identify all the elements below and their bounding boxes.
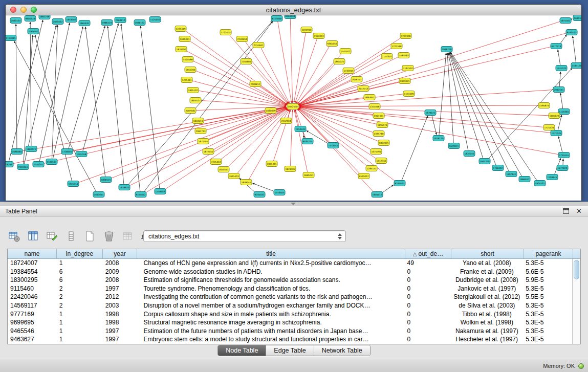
- graph-node[interactable]: 1225449: [175, 26, 186, 32]
- graph-node[interactable]: 9545012: [358, 173, 369, 179]
- graph-node[interactable]: 1679021: [448, 143, 460, 149]
- graph-node[interactable]: 1728405: [61, 149, 73, 155]
- table-source-combobox[interactable]: citations_edges.txt: [143, 230, 346, 242]
- column-header-pagerank[interactable]: pagerank: [524, 249, 573, 258]
- edit-table-icon[interactable]: [45, 229, 59, 244]
- new-file-icon[interactable]: [83, 229, 97, 244]
- graph-node[interactable]: 1495780: [373, 131, 384, 137]
- graph-node[interactable]: 1120365: [558, 109, 570, 115]
- graph-node[interactable]: 2063110: [115, 17, 126, 23]
- citation-edge-black[interactable]: [573, 36, 576, 63]
- graph-node[interactable]: 1721034: [543, 125, 555, 130]
- citation-edge-red[interactable]: [72, 107, 286, 151]
- citation-edge-red[interactable]: [299, 80, 353, 105]
- graph-node[interactable]: 1835102: [187, 87, 199, 93]
- graph-node[interactable]: 1961023: [313, 33, 324, 39]
- graph-node[interactable]: 7197510: [402, 65, 413, 71]
- graph-node[interactable]: 1221908: [400, 33, 411, 39]
- graph-node[interactable]: 1823405: [285, 166, 296, 172]
- citation-edge-red[interactable]: [299, 105, 539, 106]
- table-row[interactable]: 1456911722003Disruption of a novel membe…: [8, 301, 572, 310]
- citation-edge-black[interactable]: [69, 26, 105, 149]
- graph-node[interactable]: 2751841: [253, 42, 264, 48]
- citation-edge-black[interactable]: [558, 137, 562, 153]
- graph-node[interactable]: 1125450: [149, 17, 161, 23]
- delete-icon[interactable]: [102, 229, 116, 244]
- graph-node[interactable]: 1853002: [66, 17, 77, 23]
- column-header-name[interactable]: name: [8, 249, 57, 258]
- graph-node[interactable]: 2017713: [358, 86, 369, 92]
- citation-edge-red[interactable]: [298, 108, 377, 160]
- graph-node[interactable]: 1679121: [425, 110, 436, 116]
- citation-edge-red[interactable]: [299, 69, 403, 105]
- table-vertical-scrollbar[interactable]: [572, 259, 580, 344]
- graph-node[interactable]: 1879120: [433, 136, 444, 141]
- graph-node[interactable]: 1894612: [519, 177, 530, 182]
- graph-node[interactable]: 1154845: [6, 35, 16, 41]
- citation-edge-black[interactable]: [252, 183, 275, 191]
- select-columns-icon[interactable]: [26, 229, 40, 244]
- column-header-year[interactable]: year: [103, 249, 137, 258]
- graph-node[interactable]: 1618920: [119, 185, 130, 190]
- graph-node[interactable]: 2013041: [93, 192, 104, 198]
- column-header-short[interactable]: short: [451, 249, 524, 258]
- graph-node[interactable]: 1590531: [46, 159, 57, 165]
- graph-node[interactable]: 1753405: [274, 190, 285, 195]
- citation-edge-red[interactable]: [299, 90, 554, 106]
- graph-node[interactable]: 1759403: [155, 189, 166, 194]
- graph-node[interactable]: 2066102: [134, 20, 145, 26]
- citation-edge-red[interactable]: [185, 50, 287, 105]
- graph-node[interactable]: 1420498: [182, 57, 193, 62]
- zoom-window-button[interactable]: [31, 7, 37, 13]
- graph-node[interactable]: 2009811: [250, 81, 261, 87]
- graph-node[interactable]: 1584120: [571, 63, 581, 69]
- citation-edge-red[interactable]: [299, 107, 378, 124]
- graph-node[interactable]: 1924531: [534, 181, 546, 186]
- graph-node[interactable]: 1872400: [287, 104, 298, 110]
- column-header-title[interactable]: title: [137, 249, 405, 258]
- panel-splitter[interactable]: [0, 202, 588, 206]
- graph-node[interactable]: 1075791: [371, 149, 382, 155]
- graph-node[interactable]: 1067421: [373, 113, 384, 119]
- graph-node[interactable]: 1694910: [301, 27, 312, 33]
- graph-node[interactable]: 1804471: [190, 98, 201, 103]
- graph-node[interactable]: 1275411: [181, 77, 192, 83]
- window-titlebar[interactable]: citations_edges.txt: [6, 5, 581, 15]
- citation-edge-black[interactable]: [83, 24, 119, 151]
- graph-node[interactable]: 1895574: [377, 122, 388, 128]
- citation-edge-black[interactable]: [121, 24, 140, 192]
- citation-edge-red[interactable]: [298, 108, 368, 167]
- citation-edge-black[interactable]: [107, 26, 124, 185]
- graph-node[interactable]: 1108246: [6, 162, 13, 167]
- tab-node-table[interactable]: Node Table: [218, 345, 266, 356]
- graph-node[interactable]: 1903361: [17, 164, 29, 170]
- table-settings-icon[interactable]: [7, 229, 21, 244]
- citation-edge-red[interactable]: [184, 30, 287, 104]
- graph-node[interactable]: 7615403: [228, 173, 239, 179]
- graph-node[interactable]: 1513445: [328, 143, 339, 148]
- citation-edge-red[interactable]: [299, 56, 400, 105]
- citation-edge-red[interactable]: [77, 107, 286, 183]
- citation-edge-red[interactable]: [299, 107, 545, 127]
- graph-node[interactable]: 1721035: [551, 130, 562, 136]
- graph-node[interactable]: 1616251: [351, 77, 362, 82]
- graph-node[interactable]: 1961021: [334, 59, 345, 64]
- citation-edge-black[interactable]: [450, 52, 537, 181]
- citation-edge-black[interactable]: [30, 22, 31, 146]
- close-panel-icon[interactable]: ✕: [576, 208, 582, 214]
- graph-node[interactable]: 1210455: [558, 152, 570, 158]
- graph-node[interactable]: 1595874: [538, 103, 550, 108]
- graph-node[interactable]: 2050341: [33, 162, 44, 167]
- graph-node[interactable]: 2240681: [241, 59, 252, 64]
- graph-node[interactable]: 7235410: [210, 159, 222, 165]
- graph-node[interactable]: 2061713: [195, 128, 206, 134]
- graph-node[interactable]: 1871402: [560, 18, 571, 24]
- graph-node[interactable]: 1547402: [340, 49, 351, 54]
- graph-node[interactable]: 1501358: [76, 151, 87, 157]
- graph-node[interactable]: 9245032: [254, 192, 265, 198]
- table-row[interactable]: 946554611997Estimation of the future num…: [8, 327, 572, 336]
- graph-node[interactable]: 8123046: [271, 16, 282, 21]
- citation-edge-red[interactable]: [191, 80, 287, 105]
- citation-edge-black[interactable]: [52, 25, 57, 159]
- graph-node[interactable]: 1690451: [303, 172, 314, 178]
